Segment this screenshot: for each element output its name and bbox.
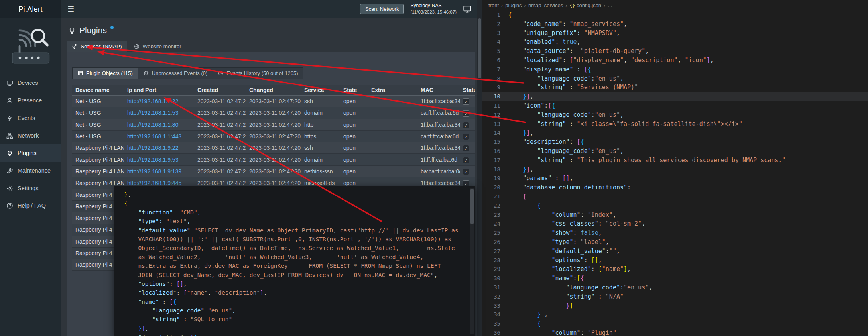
editor-line[interactable]: 19 "params" : [], — [482, 174, 868, 183]
editor-line[interactable]: 32 "string" : "N/A" — [482, 292, 868, 301]
tab-website-monitor[interactable]: Website monitor — [129, 41, 187, 52]
column-header-ip-and-port[interactable]: Ip and Port — [124, 85, 194, 96]
editor-line[interactable]: 30 "name":[{ — [482, 274, 868, 283]
cell-state: open — [340, 142, 368, 154]
column-header-changed[interactable]: Changed — [246, 85, 301, 96]
brand[interactable]: Pi.Alert — [0, 0, 61, 18]
ip-port-link[interactable]: http://192.168.1.1:443 — [127, 133, 181, 140]
editor-line[interactable]: 8 "language_code":"en_us", — [482, 74, 868, 83]
ip-port-link[interactable]: http://192.168.1.1:80 — [127, 122, 178, 128]
subtab-events-history-50-out-of-1265[interactable]: Events History (50 out of 1265) — [213, 67, 303, 79]
editor-line[interactable]: 20 "database_column_definitions": — [482, 183, 868, 192]
ip-port-link[interactable]: http://192.168.1.1:22 — [127, 98, 178, 104]
line-content: "language_code":"en_us", — [500, 283, 652, 292]
status-checkbox[interactable] — [463, 122, 469, 128]
table-row: Net - USGhttp://192.168.1.1:532023-03-11… — [72, 107, 475, 119]
editor-line[interactable]: 25 "show": false, — [482, 228, 868, 238]
ip-port-link[interactable]: http://192.168.1.9:22 — [127, 145, 178, 151]
line-content: "code_name": "nmap_services", — [500, 20, 627, 29]
sidebar-item-presence[interactable]: Presence — [0, 92, 61, 109]
editor-line[interactable]: 34 } , — [482, 310, 868, 319]
editor-line[interactable]: 17 "string" : "This plugin shows all ser… — [482, 156, 868, 165]
editor-line[interactable]: 13 "string" : "<i class=\"fa-solid fa-sa… — [482, 120, 868, 129]
editor-line[interactable]: 2 "code_name": "nmap_services", — [482, 20, 868, 29]
column-header-device-name[interactable]: Device name — [72, 85, 124, 96]
editor-line[interactable]: 36 "column": "Plugin" — [482, 328, 868, 336]
editor-line[interactable]: 21 [ — [482, 192, 868, 201]
sidebar-item-plugins[interactable]: Plugins — [0, 144, 61, 162]
overlay-line: "type": "text", — [117, 217, 465, 226]
sidebar-item-help-faq[interactable]: Help / FAQ — [0, 197, 61, 214]
status-checkbox[interactable] — [463, 157, 469, 163]
column-header-mac[interactable]: MAC — [417, 85, 460, 96]
editor-line[interactable]: 24 "css_classes": "col-sm-2", — [482, 219, 868, 228]
editor-line[interactable]: 7 "display_name" : [{ — [482, 65, 868, 74]
breadcrumb-item-nmap-services[interactable]: nmap_services — [528, 2, 563, 8]
subtab-plugin-objects-115[interactable]: Plugin Objects (115) — [72, 67, 138, 79]
overlay-scrollbar-thumb[interactable] — [470, 189, 474, 224]
menu-icon[interactable]: ☰ — [67, 4, 74, 14]
ip-port-link[interactable]: http://192.168.1.9:445 — [127, 180, 181, 186]
breadcrumb-item-config-json[interactable]: {}config.json — [570, 2, 601, 8]
breadcrumb-item-front[interactable]: front — [488, 2, 499, 8]
editor-line[interactable]: 28 "options": [], — [482, 256, 868, 265]
cell-status — [460, 142, 475, 154]
status-checkbox[interactable] — [463, 110, 469, 117]
sidebar-item-events[interactable]: Events — [0, 109, 61, 127]
editor-line[interactable]: 14 }], — [482, 128, 868, 138]
editor-line[interactable]: 10 }], — [482, 92, 868, 101]
line-number: 27 — [482, 247, 500, 256]
column-header-extra[interactable]: Extra — [368, 85, 417, 96]
ip-port-link[interactable]: http://192.168.1.1:53 — [127, 110, 178, 116]
sidebar-item-network[interactable]: Network — [0, 127, 61, 144]
breadcrumb-item-more[interactable]: ... — [608, 2, 612, 8]
editor-line[interactable]: 9 "string" : "Services (NMAP)" — [482, 83, 868, 92]
column-header-state[interactable]: State — [340, 85, 368, 96]
editor-line[interactable]: 1{ — [482, 10, 868, 20]
column-header-service[interactable]: Service — [301, 85, 340, 96]
overlay-line: VARCHAR(100)) || ':' || cast( SUBSTR(ns.… — [117, 235, 465, 244]
subtab-unprocessed-events-0[interactable]: Unprocessed Events (0) — [138, 67, 213, 79]
editor-line[interactable]: 18 }], — [482, 165, 868, 174]
editor-line[interactable]: 4 "enabled": true, — [482, 37, 868, 47]
sidebar-item-settings[interactable]: Settings — [0, 179, 61, 197]
editor-line[interactable]: 27 "default_value":"", — [482, 247, 868, 256]
overlay-line: "name" : [{ — [117, 297, 465, 306]
app-scrollbar[interactable] — [477, 0, 482, 336]
ip-port-link[interactable]: http://192.168.1.9:139 — [127, 168, 181, 175]
editor-line[interactable]: 26 "type": "label", — [482, 238, 868, 247]
status-checkbox[interactable] — [463, 169, 469, 175]
column-header-status[interactable]: Status — [460, 85, 475, 96]
editor-line[interactable]: 35 { — [482, 319, 868, 328]
line-number: 29 — [482, 265, 500, 274]
status-checkbox[interactable] — [463, 145, 469, 151]
breadcrumb-item-plugins[interactable]: plugins — [505, 2, 522, 8]
sidebar-item-maintenance[interactable]: Maintenance — [0, 162, 61, 179]
editor-line[interactable]: 33 }] — [482, 301, 868, 310]
sidebar-item-devices[interactable]: Devices — [0, 74, 61, 92]
editor-line[interactable]: 11 "icon":[{ — [482, 101, 868, 110]
editor-line[interactable]: 12 "language_code":"en_us", — [482, 110, 868, 120]
editor-code[interactable]: 1{2 "code_name": "nmap_services",3 "uniq… — [482, 10, 868, 336]
breadcrumb-separator: › — [501, 2, 503, 8]
editor-line[interactable]: 16 "language_code":"en_us", — [482, 147, 868, 156]
navbar-device-icon[interactable] — [463, 5, 472, 14]
editor-line[interactable]: 29 "localized": ["name"], — [482, 265, 868, 274]
editor-line[interactable]: 23 "column": "Index", — [482, 210, 868, 220]
app-scrollbar-thumb[interactable] — [478, 18, 481, 78]
column-header-created[interactable]: Created — [194, 85, 246, 96]
editor-line[interactable]: 31 "language_code":"en_us", — [482, 283, 868, 292]
breadcrumb-label: front — [488, 2, 499, 8]
status-checkbox[interactable] — [463, 98, 469, 105]
tab-services-nmap[interactable]: Services (NMAP) — [67, 41, 127, 52]
ip-port-link[interactable]: http://192.168.1.9:53 — [127, 157, 178, 163]
editor-line[interactable]: 15 "description": [{ — [482, 138, 868, 147]
editor-line[interactable]: 22 { — [482, 201, 868, 210]
overlay-scrollbar[interactable] — [470, 188, 474, 334]
info-dot[interactable] — [110, 26, 114, 29]
editor-line[interactable]: 3 "unique_prefix": "NMAPSRV", — [482, 29, 868, 38]
status-checkbox[interactable] — [463, 134, 469, 140]
line-content: "enabled": true, — [500, 37, 581, 47]
editor-line[interactable]: 5 "data_source": "pialert-db-query", — [482, 47, 868, 56]
editor-line[interactable]: 6 "localized": ["display_name", "descrip… — [482, 56, 868, 65]
